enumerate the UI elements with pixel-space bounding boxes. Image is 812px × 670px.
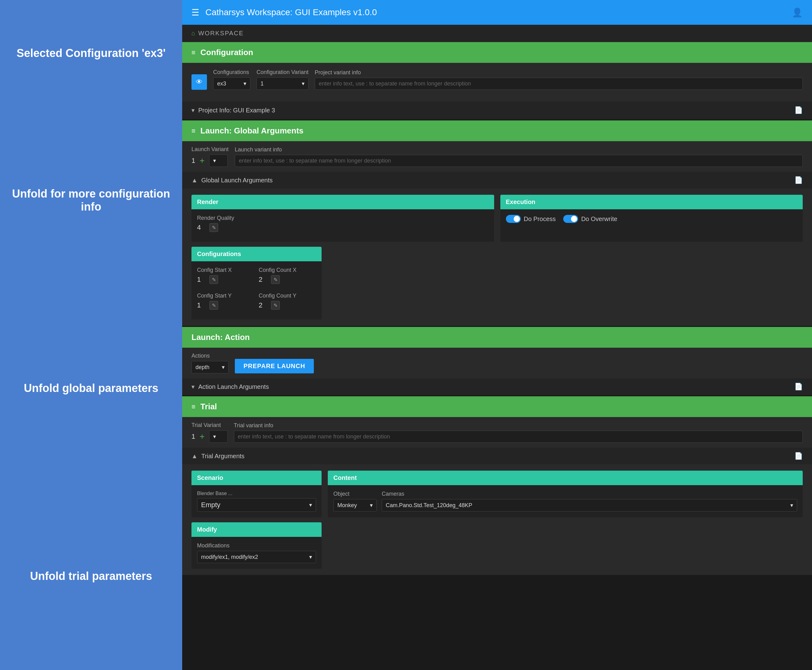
- chevron-down-icon: ▾: [309, 553, 312, 560]
- config-count-y-edit-btn[interactable]: ✎: [271, 301, 280, 310]
- config-count-x-edit-btn[interactable]: ✎: [271, 275, 280, 284]
- menu-icon[interactable]: ☰: [192, 7, 199, 18]
- selected-config-annotation: Selected Configuration 'ex3': [0, 0, 182, 106]
- user-icon[interactable]: 👤: [792, 7, 803, 18]
- modify-card-body: Modifications modify/ex1, modify/ex2 ▾: [192, 537, 322, 569]
- scenario-title: Scenario: [197, 474, 223, 481]
- launch-variant-label: Launch Variant: [192, 146, 229, 152]
- global-args-content: Render Render Quality 4 ✎: [182, 189, 812, 326]
- chevron-down-icon: ▾: [302, 80, 305, 87]
- scenario-content-grid: Scenario Blender Base ... Empty ▾: [192, 470, 803, 518]
- main-content: ☰ Catharsys Workspace: GUI Examples v1.0…: [182, 0, 812, 670]
- action-args-label: Action Launch Arguments: [198, 383, 269, 391]
- add-trial-variant-button[interactable]: +: [198, 431, 206, 442]
- config-variant-select[interactable]: 1 ▾: [256, 78, 309, 90]
- configs-card-row: Configurations Config Start X 1 ✎: [192, 247, 803, 320]
- do-process-label: Do Process: [524, 215, 556, 223]
- configuration-title: Configuration: [200, 48, 253, 57]
- trial-info-input[interactable]: [234, 431, 803, 443]
- breadcrumb: ⌂ WORKSPACE: [182, 25, 812, 42]
- cameras-select[interactable]: Cam.Pano.Std.Test_120deg_48KP ▾: [382, 499, 797, 511]
- execution-card-title: Execution: [506, 198, 536, 205]
- config-start-x-field: Config Start X 1 ✎: [197, 267, 254, 284]
- launch-variant-field: Launch Variant 1 + ▾: [192, 146, 229, 167]
- actions-label: Actions: [192, 353, 229, 359]
- project-variant-input[interactable]: [315, 78, 803, 90]
- do-overwrite-toggle[interactable]: [563, 215, 578, 223]
- chevron-down-icon: ▾: [370, 502, 373, 509]
- configurations-card-header: Configurations: [192, 247, 322, 261]
- launch-action-row: Actions depth ▾ PREPARE LAUNCH: [182, 348, 812, 378]
- config-menu-icon: ≡: [192, 49, 195, 57]
- object-select[interactable]: Monkey ▾: [333, 499, 377, 511]
- add-variant-button[interactable]: +: [198, 156, 206, 166]
- chevron-down-icon: ▾: [222, 364, 225, 371]
- modifications-select[interactable]: modify/ex1, modify/ex2 ▾: [197, 551, 316, 563]
- content-title: Content: [333, 474, 357, 481]
- args-grid: Render Render Quality 4 ✎: [192, 195, 803, 242]
- object-field: Object Monkey ▾: [333, 491, 377, 511]
- chevron-down-icon: ▾: [244, 80, 246, 87]
- action-args-collapsible[interactable]: ▾ Action Launch Arguments 📄: [182, 378, 812, 395]
- config-variant-label: Configuration Variant: [256, 69, 309, 76]
- launch-info-label: Launch variant info: [235, 146, 803, 153]
- modify-title: Modify: [197, 526, 217, 533]
- chevron-down-icon: ▾: [192, 383, 195, 391]
- configuration-section: ≡ Configuration 👁 Configurations ex3 ▾: [182, 42, 812, 119]
- unfold-global-annotation: Unfold global parameters: [0, 294, 182, 482]
- chevron-down-icon: ▾: [790, 502, 793, 509]
- config-count-x-field: Config Count X 2 ✎: [259, 267, 316, 284]
- trial-header: ≡ Trial: [182, 396, 812, 417]
- prepare-launch-button[interactable]: PREPARE LAUNCH: [235, 359, 314, 373]
- blender-base-select[interactable]: Empty ▾: [197, 498, 316, 512]
- chevron-down-icon[interactable]: ▾: [192, 107, 195, 114]
- do-process-toggle[interactable]: [506, 215, 521, 223]
- blender-base-field: Blender Base ... Empty ▾: [197, 491, 316, 512]
- launch-global-title: Launch: Global Arguments: [200, 126, 303, 135]
- trial-info-label: Trial variant info: [234, 422, 803, 429]
- do-overwrite-toggle-item: Do Overwrite: [563, 215, 617, 223]
- config-row: 👁 Configurations ex3 ▾ Configuration Var…: [192, 69, 803, 90]
- launch-action-header: Launch: Action: [182, 327, 812, 348]
- copy-icon[interactable]: 📄: [794, 383, 803, 391]
- actions-select[interactable]: depth ▾: [192, 361, 229, 373]
- render-card: Render Render Quality 4 ✎: [192, 195, 494, 242]
- trial-args-label: Trial Arguments: [202, 453, 244, 460]
- render-quality-label: Render Quality: [197, 215, 488, 222]
- scenario-card-header: Scenario: [192, 470, 322, 485]
- do-process-toggle-item: Do Process: [506, 215, 556, 223]
- copy-icon[interactable]: 📄: [794, 176, 803, 184]
- trial-title: Trial: [200, 402, 217, 411]
- config-start-y-edit-btn[interactable]: ✎: [209, 301, 218, 310]
- copy-icon[interactable]: 📄: [794, 452, 803, 460]
- execution-card: Execution Do Process Do Overwrite: [500, 195, 803, 242]
- home-icon[interactable]: ⌂: [192, 30, 195, 37]
- launch-info-input[interactable]: [235, 155, 803, 167]
- config-variant-field: Configuration Variant 1 ▾: [256, 69, 309, 90]
- configuration-body: 👁 Configurations ex3 ▾ Configuration Var…: [182, 63, 812, 101]
- modifications-field: Modifications modify/ex1, modify/ex2 ▾: [197, 542, 316, 563]
- render-quality-edit-btn[interactable]: ✎: [209, 223, 218, 232]
- render-card-header: Render: [192, 195, 494, 209]
- launch-action-title: Launch: Action: [192, 333, 250, 342]
- launch-variant-select[interactable]: ▾: [209, 154, 228, 167]
- project-info-row: ▾ Project Info: GUI Example 3 📄: [182, 101, 812, 119]
- launch-info-field: Launch variant info: [235, 146, 803, 167]
- copy-icon[interactable]: 📄: [794, 106, 803, 114]
- execution-card-header: Execution: [500, 195, 803, 209]
- trial-args-collapsible[interactable]: ▲ Trial Arguments 📄: [182, 448, 812, 464]
- eye-icon-btn[interactable]: 👁: [192, 74, 207, 90]
- scenario-card: Scenario Blender Base ... Empty ▾: [192, 470, 322, 518]
- trial-info-field: Trial variant info: [234, 422, 803, 443]
- trial-variant-select[interactable]: ▾: [209, 430, 228, 443]
- trial-menu-icon: ≡: [192, 403, 195, 411]
- scenario-card-body: Blender Base ... Empty ▾: [192, 485, 322, 518]
- configurations-select[interactable]: ex3 ▾: [213, 78, 250, 90]
- execution-card-body: Do Process Do Overwrite: [500, 209, 803, 228]
- blender-base-label: Blender Base ...: [197, 491, 316, 496]
- chevron-down-icon: ▾: [309, 502, 312, 508]
- global-args-collapsible[interactable]: ▲ Global Launch Arguments 📄: [182, 172, 812, 189]
- unfold-trial-annotation: Unfold trial parameters: [0, 482, 182, 670]
- modifications-label: Modifications: [197, 542, 316, 549]
- config-start-x-edit-btn[interactable]: ✎: [209, 275, 218, 284]
